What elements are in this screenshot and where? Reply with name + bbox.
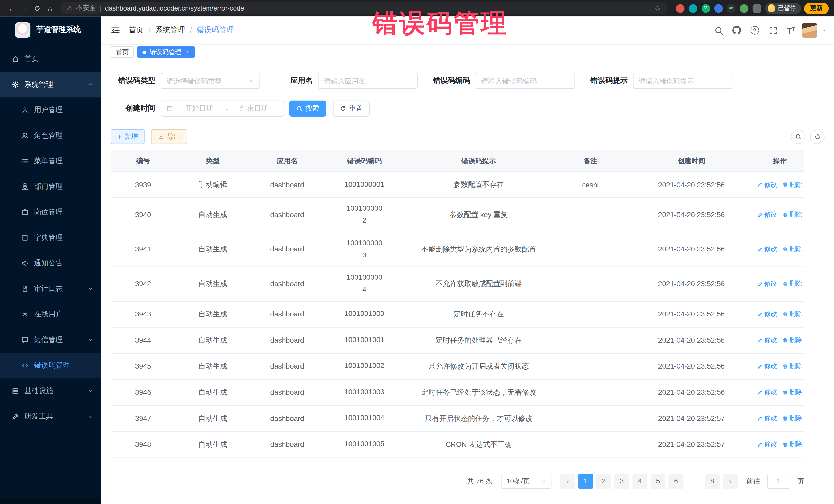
url-text[interactable]: dashboard.yudao.iocoder.cn/system/error-… — [105, 5, 651, 12]
prev-page-button[interactable]: ‹ — [560, 474, 575, 489]
avatar-chevron-down-icon[interactable] — [821, 28, 827, 33]
delete-link[interactable]: 删除 — [783, 310, 802, 319]
sidebar-item-sms[interactable]: 短信管理 — [0, 327, 101, 353]
profile-paused-chip[interactable]: 已暂停 — [765, 2, 801, 14]
page-ellipsis-button[interactable]: ... — [687, 474, 702, 489]
extension-icon-green-v[interactable]: V — [701, 4, 710, 13]
browser-reload-button[interactable] — [31, 2, 44, 15]
browser-update-button[interactable]: 更新 — [804, 2, 829, 14]
breadcrumb-system[interactable]: 系统管理 — [155, 25, 185, 35]
app-name-input[interactable] — [324, 77, 412, 85]
tab-close-icon[interactable]: × — [185, 48, 190, 56]
edit-link[interactable]: 修改 — [758, 336, 777, 345]
browser-home-button[interactable]: ⌂ — [44, 2, 57, 15]
bookmark-star-icon[interactable]: ☆ — [654, 4, 661, 13]
sidebar-item-menus[interactable]: 菜单管理 — [0, 148, 101, 174]
browser-back-button[interactable]: ← — [5, 2, 18, 15]
goto-page-input[interactable] — [767, 474, 790, 489]
delete-link[interactable]: 删除 — [783, 280, 802, 288]
extensions-puzzle-icon[interactable] — [752, 4, 761, 13]
sidebar-item-home[interactable]: 首页 — [0, 46, 101, 72]
toggle-search-button[interactable] — [791, 130, 805, 144]
sidebar-item-dictionary[interactable]: 字典管理 — [0, 225, 101, 250]
github-link[interactable] — [730, 23, 744, 37]
sidebar-item-online-users[interactable]: 在线用户 — [0, 302, 101, 327]
error-code-input[interactable] — [481, 77, 569, 85]
edit-link[interactable]: 修改 — [758, 440, 777, 449]
extension-icon-blue[interactable] — [714, 4, 723, 13]
sidebar-item-roles[interactable]: 角色管理 — [0, 123, 101, 148]
fullscreen-button[interactable] — [766, 23, 780, 37]
sidebar-item-error-codes[interactable]: 错误码管理 — [0, 353, 101, 378]
edit-link[interactable]: 修改 — [758, 310, 777, 319]
tab-label: 首页 — [116, 48, 129, 57]
cell-type: 自动生成 — [176, 432, 250, 457]
page-button-2[interactable]: 2 — [596, 474, 611, 489]
browser-forward-button[interactable]: → — [18, 2, 31, 15]
page-size-select[interactable]: 10条/页 — [501, 474, 551, 489]
create-time-range-picker[interactable]: 开始日期 - 结束日期 — [161, 101, 284, 116]
page-button-5[interactable]: 5 — [651, 474, 665, 489]
search-button[interactable]: 搜索 — [289, 101, 326, 116]
extension-icon-teal[interactable] — [688, 4, 697, 13]
tab-error-codes[interactable]: 错误码管理 × — [137, 46, 195, 58]
extension-icon-leaf[interactable] — [740, 4, 748, 13]
edit-link[interactable]: 修改 — [758, 180, 777, 189]
refresh-table-button[interactable] — [810, 130, 825, 144]
pencil-icon — [758, 442, 763, 447]
sidebar-item-audit-logs[interactable]: 审计日志 — [0, 276, 101, 302]
sidebar-item-infrastructure[interactable]: 基础设施 — [0, 378, 101, 404]
sidebar-item-announcements[interactable]: 通知公告 — [0, 250, 101, 276]
edit-link[interactable]: 修改 — [758, 388, 777, 397]
delete-link[interactable]: 删除 — [783, 414, 802, 423]
extension-icon-on-badge[interactable]: on — [727, 4, 735, 13]
breadcrumb-current: 错误码管理 — [197, 25, 234, 35]
sidebar-item-system[interactable]: 系统管理 — [0, 72, 101, 97]
page-button-1[interactable]: 1 — [578, 474, 593, 489]
error-hint-field[interactable] — [633, 73, 733, 89]
collapse-menu-button[interactable] — [109, 23, 123, 37]
edit-link[interactable]: 修改 — [758, 245, 777, 254]
security-label[interactable]: 不安全 — [76, 4, 96, 13]
page-button-8[interactable]: 8 — [705, 474, 720, 489]
sidebar-item-positions[interactable]: 岗位管理 — [0, 199, 101, 225]
edit-link[interactable]: 修改 — [758, 414, 777, 423]
delete-link[interactable]: 删除 — [783, 440, 802, 449]
delete-link[interactable]: 删除 — [783, 362, 802, 371]
delete-link[interactable]: 删除 — [783, 388, 802, 397]
breadcrumb-home[interactable]: 首页 — [129, 25, 144, 35]
help-button[interactable]: ? — [748, 23, 762, 37]
delete-link[interactable]: 删除 — [783, 211, 802, 219]
sidebar-footer-bar[interactable] — [0, 498, 101, 504]
edit-link[interactable]: 修改 — [758, 211, 777, 219]
sidebar-item-users[interactable]: 用户管理 — [0, 97, 101, 123]
error-hint-input[interactable] — [639, 77, 726, 85]
tab-home[interactable]: 首页 — [111, 46, 134, 58]
export-button[interactable]: 导出 — [151, 129, 187, 144]
delete-link[interactable]: 删除 — [783, 336, 802, 345]
app-logo[interactable]: 芋道管理系统 — [0, 17, 101, 43]
next-page-button[interactable]: › — [723, 474, 738, 489]
delete-link[interactable]: 删除 — [783, 245, 802, 254]
page-button-3[interactable]: 3 — [614, 474, 629, 489]
page-button-4[interactable]: 4 — [632, 474, 647, 489]
error-type-select[interactable] — [161, 73, 260, 89]
page-button-6[interactable]: 6 — [668, 474, 683, 489]
sidebar-item-label: 用户管理 — [34, 105, 63, 115]
sidebar-item-dev-tools[interactable]: 研发工具 — [0, 404, 101, 429]
reset-button[interactable]: 重置 — [333, 101, 370, 116]
add-button[interactable]: + 新增 — [111, 129, 145, 144]
header-search-button[interactable] — [711, 23, 725, 37]
delete-link[interactable]: 删除 — [783, 180, 802, 189]
font-size-button[interactable]: TT — [784, 23, 798, 37]
edit-link[interactable]: 修改 — [758, 362, 777, 371]
col-header-ops: 操作 — [755, 151, 804, 171]
address-bar[interactable]: ⚠ 不安全 | dashboard.yudao.iocoder.cn/syste… — [61, 2, 667, 14]
error-type-select-input[interactable] — [167, 77, 246, 85]
sidebar-item-departments[interactable]: 部门管理 — [0, 174, 101, 199]
extension-icon-red[interactable] — [676, 4, 684, 13]
user-avatar[interactable] — [802, 23, 817, 38]
error-code-field[interactable] — [476, 73, 575, 89]
app-name-field[interactable] — [318, 73, 418, 89]
edit-link[interactable]: 修改 — [758, 280, 777, 288]
